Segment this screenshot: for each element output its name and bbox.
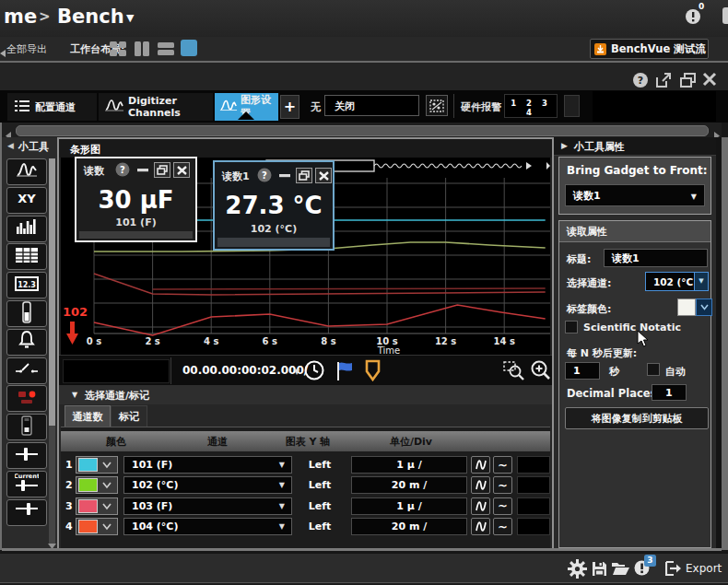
gadget-close-icon[interactable] (173, 162, 190, 178)
breadcrumb-home[interactable]: me (4, 6, 37, 28)
sidebar-item-bell[interactable] (6, 329, 47, 356)
y-axis-value[interactable]: Left (295, 459, 345, 471)
open-folder-icon[interactable] (611, 561, 629, 579)
clock-icon[interactable] (304, 360, 324, 384)
open-external-icon[interactable] (656, 73, 672, 91)
label-color-swatch[interactable] (677, 298, 696, 316)
gadget-minimize-icon[interactable] (137, 169, 148, 172)
gadget-help-icon[interactable]: ? (115, 162, 130, 177)
gadget-reading-2[interactable]: 读数1 ? 27.3 °C 102 (°C) (213, 160, 335, 251)
export-all-button[interactable]: 全部导出 (6, 42, 47, 56)
color-picker[interactable] (76, 456, 118, 474)
color-picker[interactable] (76, 476, 118, 494)
channel-select[interactable]: 103 (F)▼ (123, 497, 292, 515)
vertical-scrollbar[interactable] (722, 137, 728, 550)
expand-properties-icon[interactable]: ▶ (561, 141, 568, 150)
alarm-select[interactable]: 关闭 (324, 95, 419, 116)
help-icon[interactable]: ? (632, 72, 649, 92)
flag-icon[interactable] (335, 360, 355, 385)
decimal-input[interactable]: 1 (652, 384, 687, 401)
vscroll-thumb[interactable] (722, 137, 728, 550)
channel-select[interactable]: 101 (F)▼ (123, 456, 292, 474)
layout-horizontal-button[interactable] (157, 41, 175, 61)
restore-window-icon[interactable] (680, 73, 696, 91)
sidebar-item-table[interactable] (6, 243, 47, 270)
channel-select[interactable]: 102 (°C)▼ (123, 476, 292, 494)
y-axis-value[interactable]: Left (295, 500, 345, 512)
image-tool-button[interactable] (426, 95, 448, 116)
sidebar-item-waveform[interactable] (6, 158, 47, 185)
layout-vertical-button[interactable] (133, 41, 151, 61)
tilde-scale-button[interactable]: ~ (493, 456, 512, 474)
time-display[interactable]: 00.00.00:00:02.000/ (182, 364, 308, 377)
save-icon[interactable] (592, 561, 607, 580)
bench-menu-caret-icon[interactable]: ▼ (126, 12, 134, 24)
unit-per-div[interactable]: 1 µ / (351, 497, 467, 515)
sidebar-scrollbar[interactable] (49, 158, 55, 545)
alarm-extra-button[interactable] (564, 95, 580, 117)
tilde-scale-button[interactable]: ~ (493, 518, 512, 535)
extra-cell[interactable] (517, 456, 550, 474)
benchvue-testflow-button[interactable]: BenchVue 测试流 (590, 39, 709, 59)
export-button[interactable]: Export (686, 562, 722, 575)
color-picker[interactable] (76, 518, 118, 535)
sidebar-item-thermometer[interactable] (6, 300, 47, 327)
tilde-scale-button[interactable]: ~ (493, 476, 512, 494)
waveform-scale-button[interactable] (471, 497, 490, 515)
sidebar-item-xy[interactable]: XY (6, 187, 47, 214)
settings-gear-icon[interactable] (568, 559, 587, 582)
add-tab-button[interactable]: + (280, 95, 299, 119)
sidebar-item-slider-2[interactable] (6, 499, 47, 526)
gadget-close-icon[interactable] (315, 168, 332, 183)
sidebar-item-record[interactable] (6, 385, 47, 412)
y-axis-value[interactable]: Left (295, 521, 345, 532)
extra-cell[interactable] (517, 476, 550, 494)
sidebar-item-usb-device[interactable] (6, 414, 47, 440)
waveform-scale-button[interactable] (471, 476, 490, 494)
export-icon[interactable] (665, 561, 682, 579)
shield-icon[interactable] (365, 359, 381, 385)
zoom-in-icon[interactable] (531, 360, 551, 385)
sidebar-item-slider[interactable] (6, 442, 47, 469)
waveform-scale-button[interactable] (471, 518, 490, 535)
tab-configure-channels[interactable]: 配置通道 (7, 93, 97, 121)
tab-channel-count[interactable]: 通道数 (65, 405, 111, 427)
close-window-icon[interactable] (702, 72, 717, 90)
layout-single-button[interactable] (181, 40, 197, 56)
y-axis-value[interactable]: Left (295, 479, 345, 491)
gadget-restore-icon[interactable] (154, 162, 170, 178)
hscroll-thumb[interactable] (16, 125, 709, 136)
section-header[interactable]: ▼ 选择通道/标记 (59, 385, 552, 404)
unit-per-div[interactable]: 20 m / (351, 518, 467, 535)
auto-checkbox[interactable] (647, 363, 660, 376)
extra-cell[interactable] (517, 497, 550, 515)
collapse-section-icon[interactable]: ▼ (72, 391, 77, 399)
notification-icon[interactable]: 0 (684, 6, 704, 29)
sidebar-item-switch[interactable] (6, 357, 47, 384)
time-range-box[interactable] (63, 359, 170, 383)
horizontal-scrollbar[interactable] (2, 123, 722, 137)
channel-select[interactable]: 104 (°C)▼ (123, 518, 292, 535)
gadget-restore-icon[interactable] (296, 168, 312, 183)
notifications-icon[interactable]: 3 (634, 560, 650, 579)
gadget-help-icon[interactable]: ? (257, 168, 272, 182)
color-caret-button[interactable] (696, 298, 712, 316)
tab-digitizer-channels[interactable]: Digitizer Channels (99, 93, 213, 121)
sidebar-item-current-slider[interactable]: Current (6, 471, 47, 497)
sidebar-item-histogram[interactable] (6, 216, 47, 242)
color-picker[interactable] (76, 497, 118, 515)
interval-input[interactable]: 1 (565, 362, 600, 380)
properties-header[interactable]: ▶ 小工具属性 (554, 137, 716, 156)
time-caret-icon[interactable]: ▼ (294, 368, 299, 376)
tab-markers[interactable]: 标记 (111, 405, 147, 427)
tilde-scale-button[interactable]: ~ (493, 497, 512, 515)
chat-icon[interactable] (722, 7, 728, 24)
unit-per-div[interactable]: 20 m / (351, 476, 467, 494)
zoom-select-icon[interactable] (503, 361, 525, 385)
gadget-reading-1[interactable]: 读数 ? 30 µF 101 (F) (75, 157, 197, 242)
bring-front-select[interactable]: 读数1 ▼ (565, 184, 705, 206)
unit-per-div[interactable]: 1 µ / (351, 456, 467, 474)
waveform-scale-button[interactable] (471, 456, 490, 474)
title-input[interactable]: 读数1 (604, 249, 708, 267)
layout-grid-button[interactable] (109, 41, 127, 61)
